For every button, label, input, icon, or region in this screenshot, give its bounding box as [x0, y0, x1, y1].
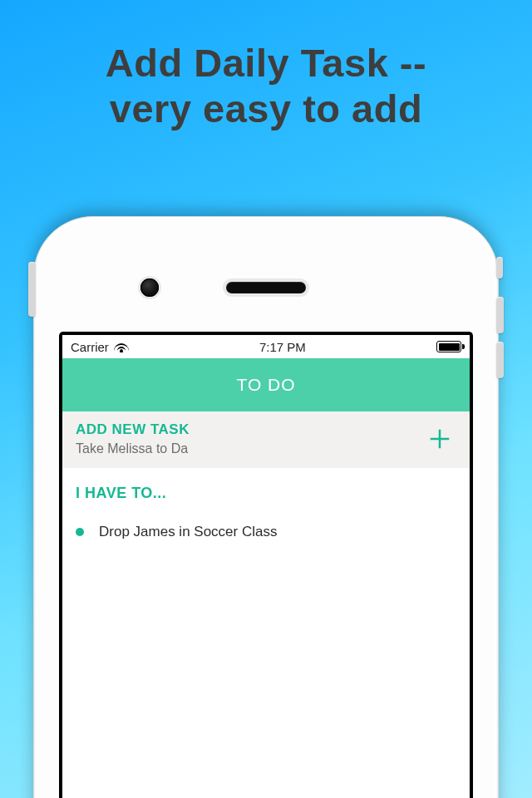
- promo-stage: Add Daily Task -- very easy to add Carri…: [0, 0, 532, 798]
- promo-headline: Add Daily Task -- very easy to add: [0, 0, 532, 132]
- status-time: 7:17 PM: [259, 340, 306, 354]
- promo-headline-line2: very easy to add: [0, 86, 532, 131]
- add-task-label: ADD NEW TASK: [76, 421, 423, 438]
- task-text: Drop James in Soccer Class: [99, 524, 277, 540]
- status-right: [436, 341, 461, 352]
- phone-mute-switch: [496, 257, 503, 278]
- wifi-icon: [114, 341, 129, 352]
- promo-headline-line1: Add Daily Task --: [0, 40, 532, 86]
- task-list-section: I HAVE TO... Drop James in Soccer Class: [62, 468, 470, 542]
- task-row[interactable]: Drop James in Soccer Class: [76, 522, 456, 542]
- app-screen: Carrier 7:17 PM TO DO ADD NEW TASK: [59, 332, 473, 798]
- add-task-section: ADD NEW TASK: [62, 411, 470, 468]
- status-left: Carrier: [71, 340, 129, 354]
- phone-power-button: [28, 262, 36, 317]
- add-task-input[interactable]: [76, 441, 423, 456]
- phone-volume-up: [496, 297, 504, 333]
- status-bar: Carrier 7:17 PM: [62, 335, 470, 358]
- phone-front-camera: [140, 278, 159, 297]
- add-task-button[interactable]: [423, 422, 456, 456]
- task-bullet-icon: [76, 528, 84, 536]
- nav-bar: TO DO: [62, 358, 470, 411]
- plus-icon: [427, 426, 452, 451]
- carrier-label: Carrier: [71, 340, 109, 354]
- phone-mockup: Carrier 7:17 PM TO DO ADD NEW TASK: [33, 216, 499, 798]
- main-content: ADD NEW TASK I HAVE TO... Drop James in …: [62, 411, 470, 542]
- phone-speaker: [226, 282, 306, 293]
- phone-volume-down: [496, 342, 504, 378]
- nav-title: TO DO: [236, 375, 295, 395]
- battery-icon: [436, 341, 461, 352]
- task-list-heading: I HAVE TO...: [76, 485, 456, 502]
